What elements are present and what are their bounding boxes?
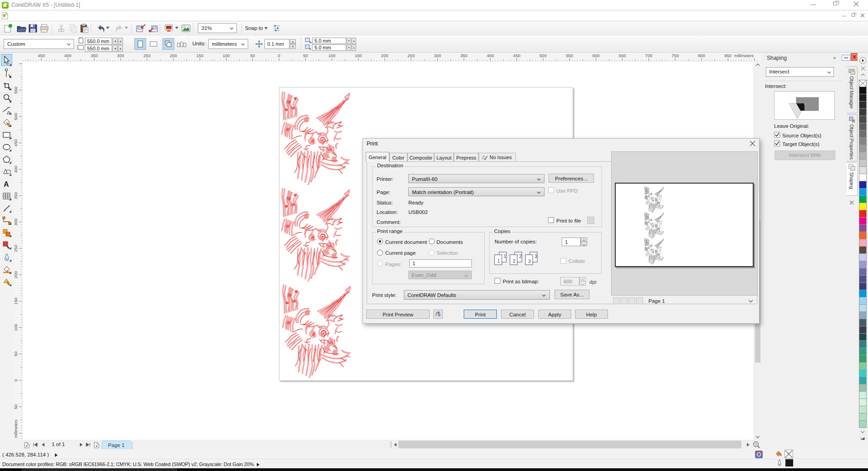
svg-text:100: 100 [328,53,335,58]
svg-text:600: 600 [592,53,599,58]
svg-text:500: 500 [539,53,547,58]
svg-text:2: 2 [513,259,515,264]
svg-text:50: 50 [250,53,255,58]
svg-text:3: 3 [528,259,531,264]
svg-text:300: 300 [117,53,124,58]
svg-text:50: 50 [303,53,308,58]
svg-text:400: 400 [487,53,494,58]
svg-text:850: 850 [724,53,731,58]
svg-text:350: 350 [14,192,18,199]
svg-text:x: x [309,40,311,43]
svg-text:150: 150 [196,53,203,58]
svg-text:millimeters: millimeters [734,53,754,58]
svg-text:1: 1 [497,259,500,264]
svg-text:700: 700 [645,53,652,58]
svg-text:650: 650 [619,53,626,58]
svg-text:400: 400 [64,53,71,58]
svg-text:250: 250 [407,53,415,58]
svg-text:250: 250 [143,53,151,58]
svg-text:150: 150 [355,53,362,58]
svg-text:millimeters: millimeters [14,420,18,438]
svg-text:550: 550 [14,87,18,94]
svg-text:A: A [4,180,9,188]
svg-text:300: 300 [434,53,441,58]
svg-text:0: 0 [14,379,18,381]
svg-text:300: 300 [14,219,18,226]
svg-text:200: 200 [381,53,388,58]
svg-text:350: 350 [91,53,98,58]
svg-text:400: 400 [14,165,18,173]
svg-text:450: 450 [38,53,45,58]
svg-text:3: 3 [535,254,537,259]
svg-text:200: 200 [14,271,18,278]
svg-text:1: 1 [504,254,506,259]
svg-text:50: 50 [14,404,18,409]
svg-text:200: 200 [170,53,177,58]
svg-text:500: 500 [14,113,18,120]
svg-text:450: 450 [14,139,18,146]
svg-text:2: 2 [519,254,522,259]
svg-text:250: 250 [14,245,18,252]
svg-text:550: 550 [566,53,573,58]
svg-text:100: 100 [14,324,18,331]
svg-text:750: 750 [672,53,679,58]
svg-text:150: 150 [14,297,18,305]
svg-text:350: 350 [460,53,467,58]
svg-text:50: 50 [14,352,18,357]
svg-text:800: 800 [698,53,705,58]
svg-text:0: 0 [278,53,280,58]
svg-text:100: 100 [223,53,230,58]
svg-text:y: y [309,47,311,50]
svg-text:450: 450 [513,53,520,58]
